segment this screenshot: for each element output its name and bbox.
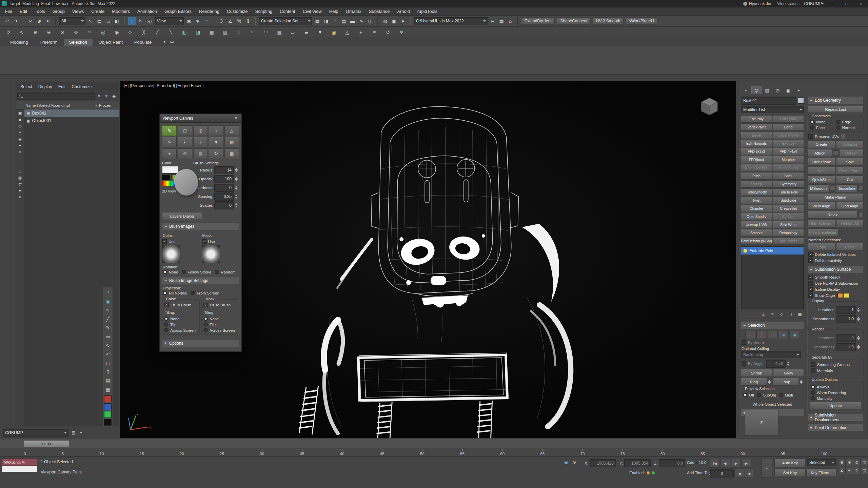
rollout-selection[interactable]: Selection — [741, 321, 804, 329]
update-manually-radio[interactable]: Manually — [811, 396, 832, 401]
update-when-rendering-radio[interactable]: When Rendering — [811, 390, 846, 395]
materials-checkbox[interactable]: Materials — [811, 368, 833, 373]
detach-tool-icon[interactable]: ▱ — [289, 28, 297, 36]
set-key-button[interactable]: Set Key — [774, 468, 806, 477]
modifier-button[interactable]: Mesh Select — [773, 164, 804, 171]
unhide-all-button[interactable]: Unhide All — [836, 220, 864, 227]
render-setup-icon[interactable]: ◍ — [381, 17, 389, 25]
lock-selection-icon[interactable]: ⊙ — [571, 459, 578, 466]
render-smoothness-field[interactable]: 1.0 — [836, 343, 856, 351]
sworkplane-button[interactable]: sWorkPlaneLl — [626, 17, 657, 25]
spinner-icon[interactable] — [800, 380, 804, 384]
color-tiling-tile-radio[interactable]: Tile — [164, 322, 198, 327]
spinner-icon[interactable] — [857, 317, 861, 321]
msmooth-button[interactable]: MSmooth — [808, 184, 829, 192]
y-coordinate-field[interactable]: 1095.354 — [624, 459, 651, 467]
zoom-icon[interactable]: ⊕ — [838, 459, 846, 466]
xview-tool-icon[interactable]: △ — [343, 28, 351, 36]
filter-all-icon[interactable]: ▣ — [17, 110, 23, 116]
chamfer-tool-icon[interactable]: ◇ — [126, 28, 134, 36]
select-scale-icon[interactable]: ◱ — [145, 17, 154, 25]
repeat-last-button[interactable]: Repeat Last — [808, 106, 864, 113]
mask-tiling-none-radio[interactable]: None — [203, 317, 237, 321]
spinner-icon[interactable] — [235, 177, 239, 181]
modifier-button[interactable]: Shell — [773, 172, 804, 180]
preserve-uvs-settings-icon[interactable] — [840, 134, 845, 139]
filter-shapes-icon[interactable]: ◇ — [17, 123, 23, 129]
next-frame-icon[interactable]: ▶ — [745, 469, 755, 478]
conform-tool-icon[interactable]: ○ — [235, 28, 243, 36]
folder-icon[interactable]: ▸ — [489, 17, 497, 25]
menu-animation[interactable]: Animation — [134, 7, 161, 15]
enabled-green-indicator[interactable] — [652, 471, 655, 474]
spinner-icon[interactable] — [787, 362, 791, 366]
modifier-button[interactable]: PathDeform (WSM) — [741, 237, 772, 245]
modifier-list-dropdown[interactable]: Modifier List — [741, 106, 804, 113]
paint-connect-icon[interactable]: ∿ — [18, 28, 26, 36]
menu-file[interactable]: File — [1, 7, 16, 15]
ring-button[interactable]: Ring — [741, 378, 767, 386]
modifier-button[interactable]: TurboSmooth — [741, 188, 772, 196]
filter-bones-icon[interactable]: ⌐ — [17, 162, 23, 168]
filter-containers-icon[interactable]: □ — [17, 168, 23, 174]
menu-tools[interactable]: Tools — [31, 7, 48, 15]
reset-xform-icon[interactable]: ↺ — [384, 28, 392, 36]
field-of-view-icon[interactable]: ∠ — [838, 467, 846, 474]
modifier-button[interactable]: VertexPaint — [741, 123, 772, 131]
modify-tab-icon[interactable]: ◎ — [751, 86, 761, 94]
create-button[interactable]: Create — [808, 140, 835, 148]
canvas-eraser-icon[interactable]: ◻ — [104, 359, 112, 367]
previous-frame-icon[interactable]: ◀ — [734, 469, 744, 478]
hide-unselected-button[interactable]: Hide Unselected — [808, 228, 839, 236]
canvas-pencil-icon[interactable]: ✎ — [104, 324, 112, 332]
select-region-icon[interactable]: □ — [104, 17, 112, 25]
delete-isolated-vertices-checkbox[interactable]: Delete Isolated Vertices — [808, 252, 856, 257]
maxscript-mini-listener[interactable]: MAXScript Mi — [2, 459, 37, 472]
by-angle-field[interactable]: 45.0 — [766, 360, 786, 368]
modifier-button[interactable]: Bevel — [741, 131, 772, 139]
element-subobject-icon[interactable]: ◆ — [790, 331, 800, 339]
outline-tool-icon[interactable]: ⊗ — [72, 28, 80, 36]
filter-frozen-icon[interactable]: ❄ — [17, 194, 23, 200]
menu-create[interactable]: Create — [87, 7, 108, 15]
set-keys-button[interactable]: + — [762, 459, 772, 477]
spinner-icon[interactable] — [857, 308, 861, 312]
smoothing-groups-checkbox[interactable]: Smoothing Groups — [811, 362, 850, 367]
border-subobject-icon[interactable]: □ — [768, 331, 777, 339]
color-tiling-across-radio[interactable]: Across Screen — [164, 328, 198, 332]
lock-explorer-icon[interactable]: ◉ — [111, 93, 117, 100]
modifier-button[interactable]: Retopology — [773, 229, 804, 237]
auto-key-button[interactable]: Auto Key — [774, 459, 806, 467]
close-icon[interactable]: × — [854, 0, 868, 7]
x-coordinate-field[interactable]: 1005.423 — [590, 459, 616, 467]
target-weld-icon[interactable]: ◉ — [113, 28, 121, 36]
select-by-name-icon[interactable]: ▤ — [95, 17, 103, 25]
smudge-tool-icon[interactable]: ∿ — [162, 137, 177, 147]
modifier-button[interactable]: FFD(box) — [741, 156, 772, 163]
tab-object-paint[interactable]: Object Paint — [93, 39, 128, 46]
grid-align-button[interactable]: Grid Align — [836, 202, 864, 210]
menu-graph-editors[interactable]: Graph Editors — [161, 7, 195, 15]
clone-tool-icon[interactable]: ◎ — [193, 125, 208, 136]
curve-editor-icon[interactable]: ∿ — [357, 17, 366, 25]
filter-cameras-icon[interactable]: ◉ — [17, 136, 23, 142]
modifier-button[interactable]: Edit Poly — [741, 115, 772, 123]
zoom-canvas-icon[interactable]: ⊕ — [178, 148, 192, 159]
maximize-viewport-icon[interactable]: ◲ — [861, 467, 868, 474]
close-icon[interactable]: × — [233, 116, 239, 121]
cut-tool-icon[interactable]: ╳ — [140, 28, 148, 36]
erase-tool-icon[interactable]: ◻ — [178, 125, 192, 136]
layer-manager-icon[interactable]: ▤ — [340, 17, 348, 25]
rotate-canvas-icon[interactable]: ↻ — [209, 148, 223, 159]
quickslice-button[interactable]: QuickSlice — [808, 176, 835, 183]
rollout-subdivision-surface[interactable]: Subdivision Surface — [808, 265, 864, 273]
menu-civil-view[interactable]: Civil View — [299, 7, 326, 15]
show-cage-checkbox[interactable]: Show Cage — [808, 293, 835, 298]
grid-tool-icon[interactable]: ▦ — [224, 148, 239, 159]
key-selection-dropdown[interactable]: Selected — [807, 459, 836, 466]
copy-button[interactable]: Copy — [808, 243, 835, 251]
project-path-dropdown[interactable]: C:\Users\UI...ds Max 2022 — [414, 17, 488, 25]
cage-vertex-color-swatch[interactable] — [837, 293, 843, 298]
canvas-trash-icon[interactable]: ▯ — [104, 368, 112, 376]
modifier-button[interactable]: Bend — [773, 123, 804, 131]
